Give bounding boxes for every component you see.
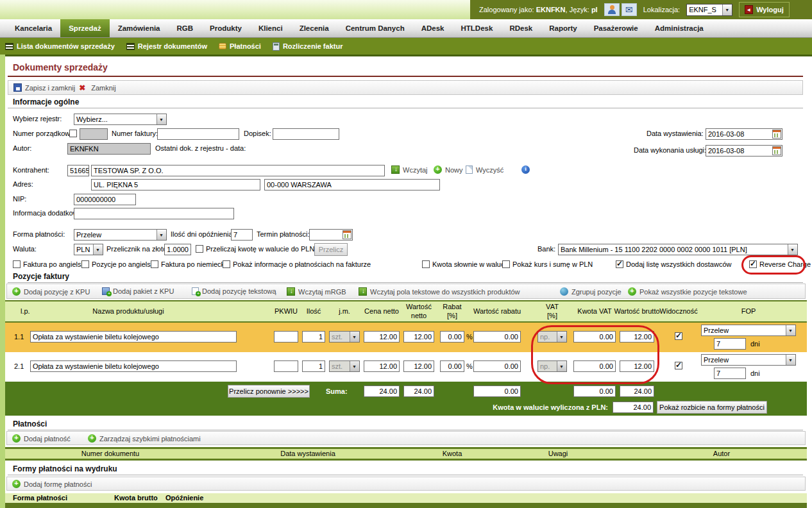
chevron-down-icon[interactable] — [156, 230, 166, 240]
address-city-input[interactable]: 00-000 WARSZAWA — [264, 179, 440, 190]
checkbox-lista-dostawcow[interactable] — [616, 260, 623, 268]
manage-quick-payments-button[interactable]: Zarządzaj szybkimi płatnościami — [88, 434, 201, 443]
add-payment-button[interactable]: Dodaj płatność — [12, 434, 71, 443]
row-pkwiu-input[interactable] — [274, 360, 298, 372]
location-select[interactable]: EKNF_S — [686, 4, 732, 16]
tab-kancelaria[interactable]: Kancelaria — [6, 19, 60, 37]
tab-centrum-danych[interactable]: Centrum Danych — [337, 19, 413, 37]
currency-select[interactable]: PLN — [74, 244, 103, 255]
chevron-down-icon[interactable] — [788, 244, 797, 255]
tab-administracja[interactable]: Administracja — [647, 19, 712, 37]
show-text-items-button[interactable]: Pokaż wszystkie pozycje tekstowe — [628, 287, 747, 296]
row-discount-value-input[interactable]: 0.00 — [473, 331, 521, 343]
tab-raporty[interactable]: Raporty — [541, 19, 585, 37]
chevron-down-icon[interactable] — [156, 114, 166, 124]
checkbox-kwota-slownie[interactable] — [422, 260, 430, 268]
convert-checkbox[interactable] — [196, 245, 203, 253]
row-name-input[interactable]: Opłata za wystawienie biletu kolejowego — [30, 360, 237, 372]
row-fop-select[interactable]: Przelew — [701, 354, 796, 366]
calendar-icon[interactable] — [772, 130, 781, 139]
logout-button[interactable]: Wyloguj — [739, 2, 790, 17]
main-menu: KancelariaSprzedażZamówieniaRGBProduktyK… — [0, 19, 812, 38]
contractor-name-input[interactable]: TESTOWA SP. Z O.O. — [91, 165, 385, 176]
ribbon-platnosci[interactable]: Płatności — [219, 42, 261, 50]
row-discount-value-input[interactable]: 0.00 — [473, 360, 521, 372]
register-select[interactable]: Wybierz... — [74, 114, 167, 125]
service-date-input[interactable]: 2016-03-08 — [706, 145, 782, 157]
add-package-kpu-button[interactable]: Dodaj pakiet z KPU — [102, 287, 174, 295]
tab-klienci[interactable]: Klienci — [250, 19, 291, 37]
new-contractor-button[interactable]: Nowy — [434, 165, 463, 174]
user-profile-button[interactable] — [604, 3, 620, 16]
invoice-no-input[interactable] — [157, 128, 239, 140]
annotation-input[interactable] — [273, 128, 339, 140]
chevron-down-icon[interactable] — [93, 244, 103, 255]
tab-rdesk[interactable]: RDesk — [501, 19, 541, 37]
tab-zamowienia[interactable]: Zamówienia — [110, 19, 169, 37]
checkbox-kurs-suma-pln[interactable] — [502, 260, 510, 268]
load-text-fields-button[interactable]: Wczytaj pola tekstowe do wszystkich prod… — [359, 287, 520, 296]
add-payment-form-button[interactable]: Dodaj formę płatności — [12, 480, 92, 488]
checkbox-pozycje-angielsku[interactable] — [81, 260, 89, 268]
row-fop-days-input[interactable]: 7 — [714, 338, 746, 350]
bank-select[interactable]: Bank Millenium - 15 1100 2202 0000 0002 … — [558, 244, 798, 255]
row-fop-select[interactable]: Przelew — [701, 325, 796, 336]
load-contractor-button[interactable]: Wczytaj — [391, 165, 428, 174]
recalculate-button[interactable]: Przelicz ponownie >>>>> — [228, 385, 310, 398]
tab-adesk[interactable]: ADesk — [413, 19, 453, 37]
row-value-net-input[interactable]: 12.00 — [403, 331, 434, 343]
chevron-down-icon[interactable] — [722, 4, 732, 15]
calendar-icon[interactable] — [343, 230, 351, 239]
tab-produkty[interactable]: Produkty — [201, 19, 250, 37]
chevron-down-icon[interactable] — [786, 325, 795, 335]
nip-input[interactable]: 0000000000 — [74, 194, 136, 205]
split-payment-forms-button[interactable]: Pokaż rozbicie na formy płatności — [657, 401, 767, 414]
row-name-input[interactable]: Opłata za wystawienie biletu kolejowego — [30, 331, 237, 343]
tab-sprzedaz[interactable]: Sprzedaż — [60, 19, 110, 37]
row-qty-input[interactable]: 1 — [302, 331, 325, 343]
payment-form-select[interactable]: Przelew — [74, 229, 167, 241]
row-discount-input[interactable]: 0.00 — [440, 331, 464, 343]
group-items-button[interactable]: Zgrupuj pozycje — [560, 287, 622, 296]
contractor-id-input[interactable]: 51665 — [67, 165, 89, 176]
row-visibility-checkbox[interactable] — [675, 332, 682, 340]
row-fop-days-input[interactable]: 7 — [714, 368, 746, 379]
issue-date-input[interactable]: 2016-03-08 — [706, 128, 782, 140]
ordinal-input[interactable] — [80, 128, 108, 140]
chevron-down-icon[interactable] — [786, 355, 795, 365]
tab-rgb[interactable]: RGB — [169, 19, 202, 37]
address-street-input[interactable]: UL. PIĘKNA 5 — [91, 179, 260, 190]
delay-days-input[interactable]: 7 — [231, 229, 253, 241]
add-text-item-button[interactable]: Dodaj pozycję tekstową — [192, 287, 276, 295]
row-qty-input[interactable]: 1 — [302, 360, 325, 372]
info-icon[interactable] — [521, 165, 530, 174]
save-and-close-button[interactable]: Zapisz i zamknij — [13, 83, 75, 92]
checkbox-faktura-niemiecku[interactable] — [151, 260, 158, 268]
ribbon-rejestr-dokumentow[interactable]: Rejestr dokumentów — [126, 42, 207, 50]
tab-htldesk[interactable]: HTLDesk — [453, 19, 502, 37]
row-visibility-checkbox[interactable] — [675, 362, 682, 369]
due-date-input[interactable] — [309, 229, 353, 241]
messages-button[interactable] — [622, 3, 637, 16]
calendar-icon[interactable] — [772, 146, 781, 155]
row-price-net-input[interactable]: 12.00 — [364, 331, 400, 343]
rate-input[interactable]: 1.0000 — [164, 244, 191, 255]
sum-discount-input: 0.00 — [473, 385, 521, 397]
add-item-kpu-button[interactable]: Dodaj pozycję z KPU — [12, 287, 90, 296]
row-value-net-input[interactable]: 12.00 — [403, 360, 434, 372]
ribbon-rozliczenie-faktur[interactable]: Rozliczenie faktur — [273, 42, 343, 51]
tab-zlecenia[interactable]: Zlecenia — [291, 19, 337, 37]
close-button[interactable]: Zamknij — [79, 83, 116, 92]
row-pkwiu-input[interactable] — [274, 331, 298, 343]
row-price-net-input[interactable]: 12.00 — [364, 360, 400, 372]
ordinal-checkbox[interactable] — [69, 130, 77, 137]
clear-contractor-button[interactable]: Wyczyść — [466, 165, 503, 174]
ribbon-lista-dokumentow[interactable]: Lista dokumentów sprzedaży — [5, 42, 115, 50]
tab-pasazerowie[interactable]: Pasażerowie — [586, 19, 647, 37]
row-discount-input[interactable]: 0.00 — [440, 360, 464, 372]
checkbox-info-platnosci[interactable] — [223, 260, 230, 268]
checkbox-faktura-angielsku[interactable] — [13, 260, 21, 268]
address-label: Adres: — [13, 180, 33, 188]
extra-info-input[interactable] — [74, 208, 234, 219]
load-mrgb-button[interactable]: Wczytaj mRGB — [287, 287, 346, 296]
